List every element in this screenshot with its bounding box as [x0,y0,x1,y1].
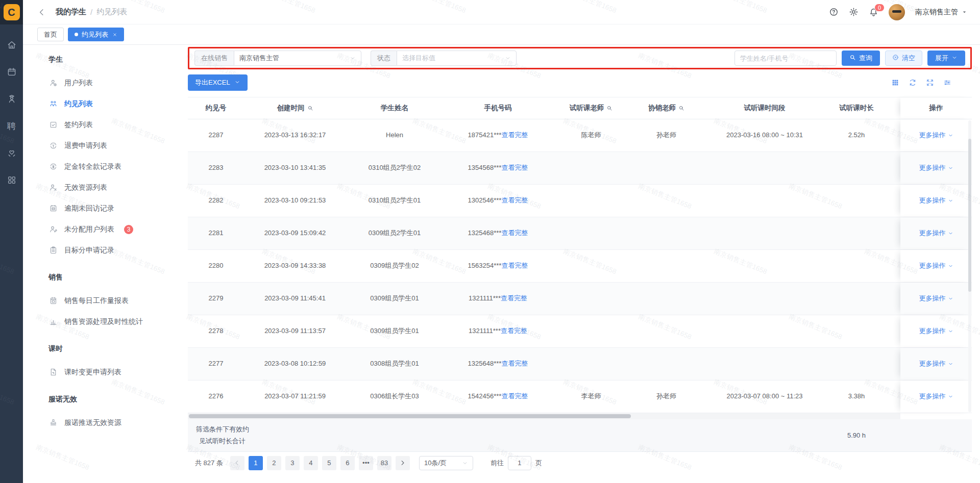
online-sales-select[interactable]: 南京销售主管 [234,50,361,66]
more-actions-link[interactable]: 更多操作 [919,131,953,140]
export-excel-button[interactable]: 导出EXCEL [188,74,248,91]
horizontal-scrollbar-thumb[interactable] [189,414,631,418]
help-button[interactable] [829,7,839,17]
rail-heart-button[interactable] [6,147,18,159]
view-full-link[interactable]: 查看完整 [501,392,528,401]
pagination-page-button[interactable]: 83 [377,456,391,470]
sidebar-item[interactable]: 用户列表 [48,72,177,93]
sidebar-item[interactable]: 无效资源列表 [48,177,177,198]
pagination-page-button[interactable]: 3 [285,456,300,470]
rail-home-button[interactable] [6,39,18,51]
goto-page-input[interactable] [508,456,531,470]
goto-prefix: 前往 [491,459,504,468]
pagination-page-button[interactable]: 1 [249,456,263,470]
student-search-input[interactable] [734,50,837,66]
search-button[interactable]: 查询 [842,50,880,66]
view-full-link[interactable]: 查看完整 [501,228,528,238]
rail-pin-char-button[interactable]: 聘 [6,120,18,132]
avatar[interactable] [889,4,905,20]
rail-teacher-button[interactable] [6,93,18,105]
sidebar-item-label: 未分配用户列表 [64,225,114,234]
sidebar-item[interactable]: 定金转全款记录表 [48,156,177,177]
pagination-more-button[interactable]: ••• [359,456,373,470]
sidebar-section-title: 服诺无效 [48,395,177,404]
column-search-icon[interactable] [606,105,612,111]
tool-grid-filled-button[interactable] [891,79,899,87]
sidebar-item-label: 退费申请列表 [64,141,107,150]
view-full-link[interactable]: 查看完整 [501,131,528,140]
chevron-down-icon [948,231,953,236]
cell-phone: 1321111***查看完整 [443,326,553,336]
more-actions-link[interactable]: 更多操作 [919,261,953,270]
sidebar-item[interactable]: 逾期未回访记录 [48,198,177,219]
sidebar-item[interactable]: 课时变更申请列表 [48,362,177,383]
column-search-icon[interactable] [307,105,313,111]
sidebar-item[interactable]: 目标分申请记录 [48,240,177,261]
sidebar-section-title: 销售 [48,273,177,282]
sidebar-item[interactable]: 约见列表 [48,93,177,114]
cell-id: 2276 [188,392,244,401]
page-size-select[interactable]: 10条/页 [419,456,473,470]
notifications-button[interactable]: 0 [869,7,878,17]
cell-duration: 3.38h [826,392,887,401]
breadcrumb-separator: / [90,8,92,16]
expand-button[interactable]: 展开 [927,50,965,66]
caret-down-icon [961,9,968,15]
vertical-scrollbar-thumb[interactable] [968,139,971,292]
user-icon [49,79,58,87]
sidebar-item[interactable]: 签约列表 [48,114,177,135]
column-search-icon[interactable] [678,105,684,111]
tool-refresh-button[interactable] [909,79,917,87]
summary-total-duration: 5.90 h [826,431,887,439]
pagination-next-button[interactable] [396,456,410,470]
cell-id: 2281 [188,228,244,238]
tab-bar: 首页约见列表 [23,24,980,45]
view-full-link[interactable]: 查看完整 [501,326,527,336]
view-full-link[interactable]: 查看完整 [501,359,528,368]
horizontal-scrollbar[interactable] [188,413,900,419]
tool-expand-button[interactable] [926,79,934,87]
rail-calendar-button[interactable] [6,66,18,78]
clear-button[interactable]: 清空 [885,50,922,66]
more-actions-link[interactable]: 更多操作 [919,196,953,205]
breadcrumb-parent[interactable]: 我的学生 [56,7,86,17]
cell-created: 2023-03-07 11:21:59 [244,392,346,401]
rail-icon-list: 聘 [6,24,18,186]
sidebar-item[interactable]: 未分配用户列表3 [48,219,177,240]
cell-actions: 更多操作 [900,250,972,282]
more-actions-link[interactable]: 更多操作 [919,228,953,238]
user-menu[interactable]: 南京销售主管 [915,8,968,17]
pagination-page-button[interactable]: 6 [340,456,355,470]
pagination-page-button[interactable]: 2 [267,456,281,470]
view-full-link[interactable]: 查看完整 [501,163,528,172]
chevron-down-icon [948,263,953,269]
tab-home[interactable]: 首页 [37,28,64,41]
rail-grid-button[interactable] [6,174,18,186]
more-actions-link[interactable]: 更多操作 [919,294,953,303]
app-logo[interactable]: C [0,0,23,24]
view-full-link[interactable]: 查看完整 [501,294,527,303]
sidebar-item[interactable]: 销售资源处理及时性统计 [48,311,177,332]
more-actions-link[interactable]: 更多操作 [919,163,953,172]
sidebar-item[interactable]: 服诺推送无效资源 [48,412,177,433]
cell-student: 0309组员学生01 [346,294,443,303]
tab-meeting-list[interactable]: 约见列表 [68,28,124,41]
more-actions-link[interactable]: 更多操作 [919,326,953,336]
status-select[interactable]: 选择目标值 [397,50,517,66]
settings-button[interactable] [849,7,859,17]
more-actions-link[interactable]: 更多操作 [919,359,953,368]
view-full-link[interactable]: 查看完整 [501,261,528,270]
vertical-scrollbar[interactable] [968,120,971,412]
view-full-link[interactable]: 查看完整 [501,196,528,205]
pagination-page-button[interactable]: 4 [304,456,318,470]
sidebar-item[interactable]: 退费申请列表 [48,135,177,156]
meeting-icon [49,99,58,108]
close-icon[interactable] [112,32,117,37]
back-button[interactable] [37,8,46,17]
tool-sliders-button[interactable] [943,79,951,87]
more-actions-link[interactable]: 更多操作 [919,392,953,401]
caret-down-icon [961,9,968,15]
pagination-prev-button[interactable] [230,456,244,470]
sidebar-item[interactable]: 销售每日工作量报表 [48,290,177,311]
pagination-page-button[interactable]: 5 [322,456,336,470]
